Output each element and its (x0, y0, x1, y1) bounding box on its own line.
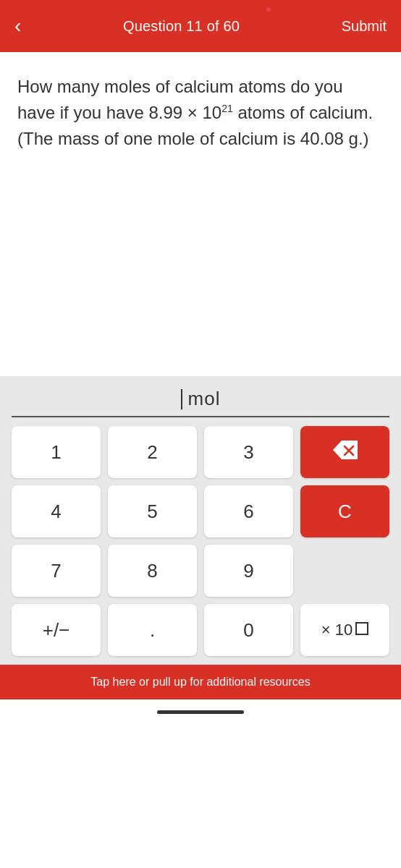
question-progress: Question 11 of 60 (123, 18, 240, 35)
tap-bar[interactable]: Tap here or pull up for additional resou… (0, 665, 401, 699)
key-plusminus[interactable]: +/− (12, 604, 101, 656)
calc-display: mol (12, 376, 389, 417)
back-button[interactable]: ‹ (14, 16, 21, 36)
clear-button[interactable]: C (300, 485, 389, 537)
home-indicator (0, 699, 401, 724)
calculator: mol 1 2 3 4 5 6 C 7 8 9 (0, 376, 401, 665)
exponent-box (355, 622, 368, 635)
display-value: mol (188, 388, 221, 410)
keypad: 1 2 3 4 5 6 C 7 8 9 +/− . 0 (0, 417, 401, 665)
submit-button[interactable]: Submit (342, 18, 387, 35)
key-2[interactable]: 2 (108, 426, 197, 478)
key-0[interactable]: 0 (204, 604, 293, 656)
key-3[interactable]: 3 (204, 426, 293, 478)
tap-bar-label: Tap here or pull up for additional resou… (90, 676, 310, 689)
spacer (0, 174, 401, 376)
backspace-icon (333, 441, 358, 464)
cursor (181, 389, 182, 409)
question-area: How many moles of calcium atoms do you h… (0, 52, 401, 174)
x10-content: × 10 (321, 621, 368, 639)
key-1[interactable]: 1 (12, 426, 101, 478)
status-dot (266, 7, 271, 12)
key-x10[interactable]: × 10 (300, 604, 389, 656)
key-9[interactable]: 9 (204, 545, 293, 597)
key-4[interactable]: 4 (12, 485, 101, 537)
key-8[interactable]: 8 (108, 545, 197, 597)
question-text: How many moles of calcium atoms do you h… (17, 74, 384, 152)
key-6[interactable]: 6 (204, 485, 293, 537)
header: ‹ Question 11 of 60 Submit (0, 0, 401, 52)
backspace-button[interactable] (300, 426, 389, 478)
home-bar (157, 710, 244, 714)
key-dot[interactable]: . (108, 604, 197, 656)
key-7[interactable]: 7 (12, 545, 101, 597)
key-5[interactable]: 5 (108, 485, 197, 537)
clear-label: C (338, 501, 352, 523)
